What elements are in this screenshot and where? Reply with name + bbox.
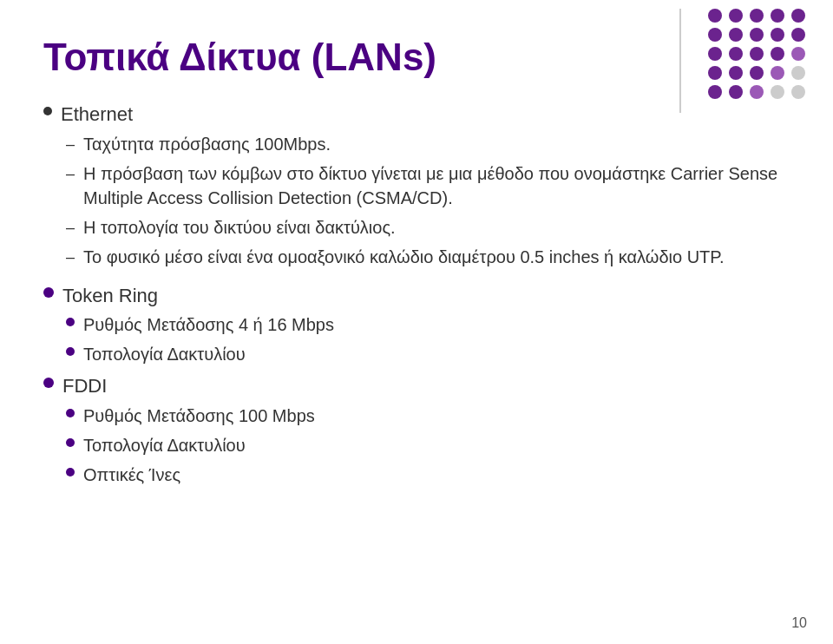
- dot: [750, 66, 764, 80]
- ethernet-label: Ethernet: [61, 102, 133, 128]
- dot: [771, 9, 784, 23]
- dot: [771, 66, 784, 80]
- fddi-sub-item-3: Οπτικές Ίνες: [66, 463, 790, 487]
- bullet-dot-icon: [43, 107, 52, 115]
- dot: [708, 9, 722, 23]
- bullet-circle-icon: [43, 378, 54, 388]
- token-ring-sub-text-2: Τοπολογία Δακτυλίου: [83, 342, 246, 366]
- dot: [750, 28, 764, 42]
- dot: [771, 47, 784, 61]
- bullet-circle-sm-icon: [66, 438, 75, 447]
- dot: [729, 66, 743, 80]
- token-ring-sub-items: Ρυθμός Μετάδοσης 4 ή 16 Mbps Τοπολογία Δ…: [66, 312, 790, 366]
- fddi-main-bullet: FDDI: [43, 373, 790, 400]
- fddi-sub-text-3: Οπτικές Ίνες: [83, 463, 180, 487]
- dash-icon: –: [66, 134, 75, 155]
- ethernet-sub-text-3: Η τοπολογία του δικτύου είναι δακτύλιος.: [83, 215, 396, 240]
- dot: [729, 9, 743, 23]
- dot: [791, 9, 805, 23]
- fddi-sub-items: Ρυθμός Μετάδοσης 100 Mbps Τοπολογία Δακτ…: [66, 404, 790, 487]
- dash-icon: –: [66, 246, 75, 268]
- token-ring-sub-item-1: Ρυθμός Μετάδοσης 4 ή 16 Mbps: [66, 312, 790, 337]
- dot: [750, 85, 764, 99]
- bullet-circle-sm-icon: [66, 318, 75, 326]
- dot: [771, 85, 784, 99]
- dash-icon: –: [66, 163, 75, 185]
- dot: [791, 66, 805, 80]
- fddi-section: FDDI Ρυθμός Μετάδοσης 100 Mbps Τοπολογία…: [43, 373, 790, 487]
- dot: [750, 47, 764, 61]
- fddi-sub-item-1: Ρυθμός Μετάδοσης 100 Mbps: [66, 404, 790, 428]
- bullet-circle-sm-icon: [66, 409, 75, 417]
- fddi-sub-item-2: Τοπολογία Δακτυλίου: [66, 433, 790, 457]
- content-area: Ethernet – Ταχύτητα πρόσβασης 100Mbps. –…: [43, 102, 790, 487]
- dot: [729, 85, 743, 99]
- dash-icon: –: [66, 217, 75, 239]
- token-ring-main-bullet: Token Ring: [43, 283, 790, 310]
- decorative-dots: [708, 9, 807, 99]
- dot: [771, 28, 784, 42]
- ethernet-main-bullet: Ethernet: [43, 102, 790, 128]
- token-ring-section: Token Ring Ρυθμός Μετάδοσης 4 ή 16 Mbps …: [43, 283, 790, 367]
- fddi-sub-text-1: Ρυθμός Μετάδοσης 100 Mbps: [83, 404, 315, 428]
- dot: [708, 47, 722, 61]
- bullet-circle-icon: [43, 287, 54, 298]
- ethernet-sub-item-1: – Ταχύτητα πρόσβασης 100Mbps.: [66, 132, 790, 156]
- token-ring-sub-text-1: Ρυθμός Μετάδοσης 4 ή 16 Mbps: [83, 312, 334, 337]
- ethernet-sub-text-4: Το φυσικό μέσο είναι ένα ομοαξονικό καλώ…: [83, 245, 725, 269]
- dot: [708, 28, 722, 42]
- ethernet-sub-text-1: Ταχύτητα πρόσβασης 100Mbps.: [83, 132, 331, 156]
- dot: [750, 9, 764, 23]
- dot: [791, 85, 805, 99]
- page-title: Τοπικά Δίκτυα (LANs): [43, 35, 790, 81]
- dot: [708, 85, 722, 99]
- ethernet-sub-text-2: Η πρόσβαση των κόμβων στο δίκτυο γίνεται…: [83, 161, 790, 210]
- token-ring-label: Token Ring: [62, 283, 158, 310]
- fddi-sub-text-2: Τοπολογία Δακτυλίου: [83, 433, 246, 457]
- fddi-label: FDDI: [62, 373, 107, 400]
- dot: [729, 47, 743, 61]
- ethernet-section: Ethernet – Ταχύτητα πρόσβασης 100Mbps. –…: [43, 102, 790, 269]
- ethernet-sub-item-3: – Η τοπολογία του δικτύου είναι δακτύλιο…: [66, 215, 790, 240]
- dot: [729, 28, 743, 42]
- dot: [791, 28, 805, 42]
- ethernet-sub-item-4: – Το φυσικό μέσο είναι ένα ομοαξονικό κα…: [66, 245, 790, 269]
- ethernet-sub-items: – Ταχύτητα πρόσβασης 100Mbps. – Η πρόσβα…: [66, 132, 790, 269]
- ethernet-sub-item-2: – Η πρόσβαση των κόμβων στο δίκτυο γίνετ…: [66, 161, 790, 210]
- bullet-circle-sm-icon: [66, 468, 75, 476]
- bullet-circle-sm-icon: [66, 347, 75, 356]
- vertical-divider: [679, 9, 681, 113]
- slide: Τοπικά Δίκτυα (LANs) Ethernet – Ταχύτητα…: [0, 0, 833, 644]
- token-ring-sub-item-2: Τοπολογία Δακτυλίου: [66, 342, 790, 366]
- page-number: 10: [791, 615, 807, 631]
- dot: [708, 66, 722, 80]
- dot: [791, 47, 805, 61]
